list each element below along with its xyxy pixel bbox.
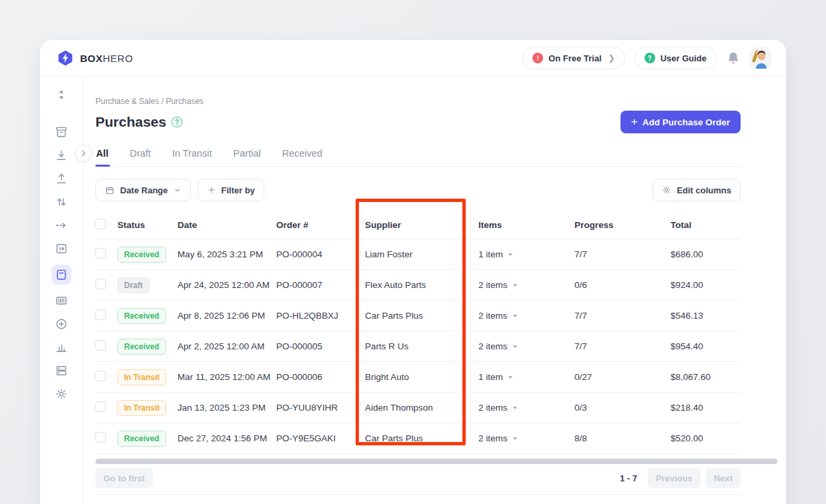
on-free-trial-button[interactable]: ! On Free Trial ❯ xyxy=(522,47,625,69)
adjust-icon xyxy=(55,195,68,209)
trial-label: On Free Trial xyxy=(548,53,601,63)
alert-badge-icon: ! xyxy=(532,53,543,63)
chart-icon xyxy=(55,341,68,354)
row-checkbox[interactable] xyxy=(95,279,106,289)
sidebar-item-stock-adjust[interactable] xyxy=(54,195,69,209)
caret-down-icon xyxy=(507,251,514,258)
order-number-cell: PO-HL2QBBXJ xyxy=(276,311,365,321)
filter-row: Date Range Filter by Edit columns xyxy=(95,179,741,201)
items-dropdown[interactable]: 2 items xyxy=(478,433,574,443)
row-checkbox[interactable] xyxy=(95,401,106,412)
caret-down-icon xyxy=(512,282,518,289)
sidebar-item-analytics[interactable] xyxy=(54,340,69,355)
date-cell: Mar 11, 2025 12:00 AM xyxy=(177,372,276,382)
sidebar-item-add-item[interactable] xyxy=(54,317,69,331)
caret-down-icon xyxy=(512,313,518,319)
progress-cell: 7/7 xyxy=(574,311,671,321)
status-badge: Draft xyxy=(117,277,149,293)
chevron-right-icon xyxy=(79,149,87,157)
table-row[interactable]: ReceivedApr 8, 2025 12:06 PMPO-HL2QBBXJC… xyxy=(95,301,741,331)
row-checkbox[interactable] xyxy=(95,340,106,351)
table-row[interactable]: DraftApr 24, 2025 12:00 AMPO-000007Flex … xyxy=(95,270,741,301)
box-icon xyxy=(55,125,68,139)
go-to-first-button[interactable]: Go to first xyxy=(95,468,153,488)
next-button[interactable]: Next xyxy=(706,468,741,488)
column-header-progress: Progress xyxy=(574,220,671,230)
date-cell: May 6, 2025 3:21 PM xyxy=(177,249,276,259)
sidebar-item-past-quantity[interactable] xyxy=(54,241,69,256)
row-checkbox[interactable] xyxy=(95,248,106,259)
sidebar-item-stock-in[interactable] xyxy=(54,148,69,163)
tab-in-transit[interactable]: In Transit xyxy=(171,144,213,166)
page-title: Purchases ? xyxy=(95,114,182,130)
supplier-cell: Car Parts Plus xyxy=(365,311,478,321)
doc-icon xyxy=(55,268,68,281)
previous-button[interactable]: Previous xyxy=(648,468,701,488)
column-header-date: Date xyxy=(177,220,276,230)
page-range: 1 - 7 xyxy=(620,473,637,483)
date-cell: Dec 27, 2024 1:56 PM xyxy=(177,433,276,443)
database-icon xyxy=(55,364,68,377)
bell-icon[interactable] xyxy=(726,51,741,65)
sidebar-item-data-center[interactable] xyxy=(54,363,69,378)
plus-circle-icon xyxy=(55,317,68,331)
tab-all[interactable]: All xyxy=(95,144,109,166)
items-dropdown[interactable]: 1 item xyxy=(478,372,574,382)
order-number-cell: PO-000004 xyxy=(276,249,365,259)
table-row[interactable]: In TransitJan 13, 2025 1:23 PMPO-YUU8YIH… xyxy=(95,393,741,423)
brand-name: BOXHERO xyxy=(80,53,133,64)
row-checkbox[interactable] xyxy=(95,371,106,381)
expand-sidebar-button[interactable] xyxy=(75,145,92,162)
tab-partial[interactable]: Partial xyxy=(233,144,262,166)
sidebar-item-stock-out[interactable] xyxy=(54,171,69,186)
sidebar-item-purchases-sales[interactable] xyxy=(51,265,71,285)
calendar-icon xyxy=(105,185,115,195)
sidebar-item-workspace-switcher[interactable] xyxy=(54,87,69,102)
date-range-dropdown[interactable]: Date Range xyxy=(95,179,191,201)
table-row[interactable]: In TransitMar 11, 2025 12:00 AMPO-000006… xyxy=(95,362,741,393)
edit-columns-button[interactable]: Edit columns xyxy=(653,179,741,201)
status-badge: Received xyxy=(117,247,166,263)
user-avatar[interactable] xyxy=(750,47,771,69)
horizontal-scrollbar[interactable] xyxy=(95,459,777,464)
row-checkbox[interactable] xyxy=(95,432,106,443)
sidebar-item-settings[interactable] xyxy=(54,387,69,401)
chevron-down-icon xyxy=(173,186,181,194)
status-tabs: AllDraftIn TransitPartialReceived xyxy=(95,144,741,167)
help-icon[interactable]: ? xyxy=(171,117,182,127)
sidebar-item-inventory[interactable] xyxy=(54,125,69,139)
sidebar-item-stock-move[interactable] xyxy=(54,218,69,233)
table-row[interactable]: ReceivedDec 27, 2024 1:56 PMPO-Y9E5GAKIC… xyxy=(95,423,741,454)
pagination: Go to first 1 - 7 Previous Next xyxy=(95,468,741,495)
filter-by-button[interactable]: Filter by xyxy=(197,179,265,201)
order-number-cell: PO-000005 xyxy=(276,341,365,351)
progress-cell: 8/8 xyxy=(574,433,671,443)
breadcrumb: Purchase & Sales / Purchases xyxy=(95,97,741,106)
status-badge: Received xyxy=(117,308,166,324)
stock-out-icon xyxy=(55,172,68,185)
table-row[interactable]: ReceivedApr 2, 2025 12:00 AMPO-000005Par… xyxy=(95,331,741,362)
hexagon-logo-icon xyxy=(57,49,74,67)
date-cell: Apr 24, 2025 12:00 AM xyxy=(177,280,276,290)
status-badge: Received xyxy=(117,431,166,447)
gear-icon xyxy=(662,185,671,195)
select-all-checkbox[interactable] xyxy=(95,219,106,229)
add-purchase-order-button[interactable]: + Add Purchase Order xyxy=(621,111,741,133)
barcode-icon xyxy=(55,294,68,307)
items-dropdown[interactable]: 2 items xyxy=(478,311,574,321)
sidebar-item-barcode[interactable] xyxy=(54,293,69,308)
items-dropdown[interactable]: 2 items xyxy=(478,341,574,351)
column-header-status: Status xyxy=(117,220,177,230)
user-guide-button[interactable]: ? User Guide xyxy=(635,47,717,69)
table-row[interactable]: ReceivedMay 6, 2025 3:21 PMPO-000004Liam… xyxy=(95,239,741,270)
progress-cell: 7/7 xyxy=(574,249,671,259)
items-dropdown[interactable]: 2 items xyxy=(478,403,574,413)
items-dropdown[interactable]: 1 item xyxy=(478,249,574,259)
row-checkbox[interactable] xyxy=(95,309,106,320)
total-cell: $520.00 xyxy=(671,433,741,443)
items-dropdown[interactable]: 2 items xyxy=(478,280,574,290)
supplier-cell: Liam Foster xyxy=(365,249,478,259)
supplier-cell: Flex Auto Parts xyxy=(365,280,478,290)
tab-received[interactable]: Received xyxy=(282,144,323,166)
tab-draft[interactable]: Draft xyxy=(129,144,151,166)
